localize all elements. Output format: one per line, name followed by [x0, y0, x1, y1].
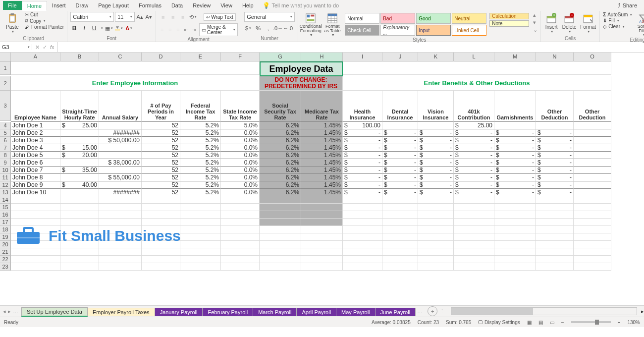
column-header[interactable]: Dental Insurance: [382, 91, 418, 122]
cell-empty[interactable]: [301, 211, 343, 219]
cell-empty[interactable]: [301, 233, 343, 241]
cell-deduction[interactable]: $-: [494, 159, 536, 167]
cell-empty[interactable]: [343, 211, 382, 219]
cell-ss[interactable]: 6.2%: [260, 144, 301, 152]
cell-state[interactable]: 0.0%: [221, 174, 260, 181]
new-sheet-button[interactable]: +: [428, 306, 437, 316]
cell-empty[interactable]: [343, 219, 382, 226]
column-header[interactable]: Employee Name: [11, 91, 60, 122]
cell-deduction[interactable]: $-: [382, 159, 418, 167]
col-header-L[interactable]: L: [454, 53, 494, 61]
cell-empty[interactable]: [260, 241, 301, 248]
cell-empty[interactable]: [180, 219, 221, 226]
cell-empty[interactable]: [11, 211, 60, 219]
tab-file[interactable]: File: [3, 1, 22, 10]
cell-deduction[interactable]: $-: [536, 144, 574, 152]
scroll-right-icon[interactable]: ▸: [641, 308, 644, 315]
cell-fed[interactable]: 5.2%: [180, 137, 221, 144]
cell-empty[interactable]: [536, 256, 574, 263]
worksheet[interactable]: ABCDEFGHIJKLMNO1 Employee Data 2Enter Em…: [0, 53, 644, 305]
cell-empty[interactable]: [454, 196, 494, 204]
cell-med[interactable]: 1.45%: [301, 174, 343, 181]
cell-empty[interactable]: [343, 204, 382, 211]
cell-empty[interactable]: [99, 196, 142, 204]
cell-empty[interactable]: [418, 226, 454, 233]
cell-empty[interactable]: [574, 256, 611, 263]
cell-empty[interactable]: [301, 219, 343, 226]
column-header[interactable]: Health Insurance: [343, 91, 382, 122]
cell-empty[interactable]: [536, 248, 574, 256]
cell-empty[interactable]: [494, 233, 536, 241]
cell-empty[interactable]: [574, 263, 611, 271]
cell-salary[interactable]: [99, 122, 142, 129]
sheet-tab-april[interactable]: April Payroll: [296, 308, 336, 316]
row-header-11[interactable]: 11: [0, 174, 11, 181]
col-header-O[interactable]: O: [574, 53, 611, 61]
font-name-select[interactable]: Calibri▾: [70, 12, 114, 22]
cell-fed[interactable]: 5.2%: [180, 167, 221, 174]
cell-deduction[interactable]: [574, 189, 611, 196]
row-header-13[interactable]: 13: [0, 189, 11, 196]
sheet-tab-january[interactable]: January Payroll: [155, 308, 203, 316]
column-header[interactable]: Vision Insurance: [418, 91, 454, 122]
cell-empty[interactable]: [180, 263, 221, 271]
cell-empty[interactable]: [418, 248, 454, 256]
cell-empty[interactable]: [536, 219, 574, 226]
column-header[interactable]: Medicare Tax Rate: [301, 91, 343, 122]
number-format-select[interactable]: General▾: [244, 12, 295, 22]
style-input[interactable]: Input: [416, 25, 451, 36]
cell-deduction[interactable]: $-: [494, 174, 536, 181]
cell-empty[interactable]: [418, 256, 454, 263]
cell-empty[interactable]: [536, 211, 574, 219]
cell-empty[interactable]: [99, 204, 142, 211]
cell-state[interactable]: 0.0%: [221, 159, 260, 167]
view-normal-icon[interactable]: ▦: [527, 320, 532, 325]
cell-deduction[interactable]: $-: [382, 174, 418, 181]
tab-view[interactable]: View: [215, 1, 237, 10]
cell-empty[interactable]: [536, 226, 574, 233]
cell-deduction[interactable]: $-: [343, 181, 382, 189]
cell-ss[interactable]: 6.2%: [260, 174, 301, 181]
cell-deduction[interactable]: $-: [536, 159, 574, 167]
cell-deduction[interactable]: $-: [418, 167, 454, 174]
cell-empty[interactable]: [574, 248, 611, 256]
share-button[interactable]: ⤴Share: [618, 2, 637, 8]
col-header-I[interactable]: I: [343, 53, 382, 61]
cell-ss[interactable]: 6.2%: [260, 152, 301, 159]
cell-rate[interactable]: $25.00: [60, 122, 99, 129]
cell-med[interactable]: 1.45%: [301, 144, 343, 152]
cell-empty[interactable]: [301, 248, 343, 256]
cell-empty[interactable]: [418, 233, 454, 241]
paste-button[interactable]: Paste▼: [3, 12, 22, 33]
cell-name[interactable]: John Doe 8: [11, 174, 60, 181]
cell-empty[interactable]: [343, 196, 382, 204]
cell-empty[interactable]: [11, 219, 60, 226]
cell-state[interactable]: 0.0%: [221, 137, 260, 144]
cell-periods[interactable]: 52: [142, 129, 180, 137]
cell-empty[interactable]: [454, 256, 494, 263]
tab-page-layout[interactable]: Page Layout: [93, 1, 134, 10]
cell-deduction[interactable]: $-: [454, 129, 494, 137]
insert-function-icon[interactable]: fx: [50, 44, 54, 50]
horizontal-scrollbar[interactable]: [451, 307, 637, 315]
col-header-E[interactable]: E: [180, 53, 221, 61]
cell-empty[interactable]: [536, 204, 574, 211]
cell-fed[interactable]: 5.2%: [180, 144, 221, 152]
style-check-cell[interactable]: Check Cell: [345, 25, 379, 36]
cell-empty[interactable]: [574, 241, 611, 248]
cell-empty[interactable]: [60, 211, 99, 219]
cell-empty[interactable]: [142, 263, 180, 271]
cell-empty[interactable]: [494, 263, 536, 271]
cell-empty[interactable]: [260, 219, 301, 226]
cell-deduction[interactable]: [574, 167, 611, 174]
cell-empty[interactable]: [260, 204, 301, 211]
column-header[interactable]: State Income Tax Rate: [221, 91, 260, 122]
cell-med[interactable]: 1.45%: [301, 122, 343, 129]
row-header-5[interactable]: 5: [0, 129, 11, 137]
row-header-10[interactable]: 10: [0, 167, 11, 174]
row-header-6[interactable]: 6: [0, 137, 11, 144]
cell-empty[interactable]: [142, 248, 180, 256]
cell-name[interactable]: John Doe 4: [11, 144, 60, 152]
cell-empty[interactable]: [574, 226, 611, 233]
conditional-formatting-button[interactable]: Conditional Formatting▼: [301, 12, 320, 37]
